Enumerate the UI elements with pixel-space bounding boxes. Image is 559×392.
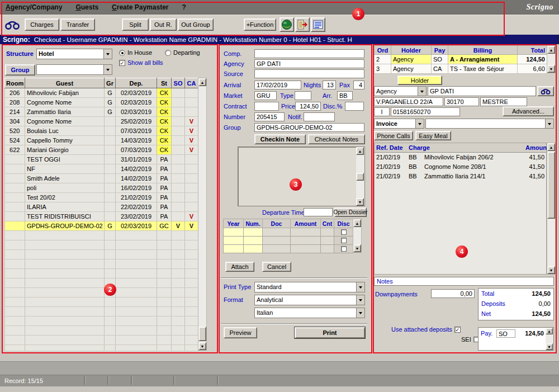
contract-field[interactable] [254, 102, 279, 111]
guest-row[interactable] [5, 231, 198, 240]
find-button[interactable] [4, 20, 20, 31]
guest-row[interactable]: NF 14/02/2019 PA [5, 164, 198, 174]
guest-row[interactable]: 208 Cognome Nome G 02/03/2019 CK [5, 98, 198, 107]
scroll-up-icon[interactable]: ▲ [198, 78, 206, 86]
guest-row[interactable] [5, 269, 198, 278]
disc-checkbox[interactable] [341, 246, 347, 252]
notes-scrollbar[interactable]: ▲ ▼ [356, 147, 364, 206]
phone-calls-button[interactable]: Phone Calls [374, 131, 413, 140]
guest-row[interactable] [5, 297, 198, 307]
chevron-down-icon[interactable] [356, 295, 364, 305]
charge-row[interactable]: 21/02/19 BB Mihovilovic Fabijan 206/2 41… [375, 152, 546, 162]
chevron-down-icon[interactable] [418, 87, 426, 96]
disc-field[interactable] [345, 102, 364, 111]
billing-table-scrollbar[interactable]: ▲ ▼ [547, 45, 556, 73]
guest-row[interactable] [5, 317, 198, 326]
checkout-notes-button[interactable]: Checkout Notes [308, 134, 365, 144]
column-header-room[interactable]: Room [5, 78, 25, 88]
guest-row[interactable] [5, 336, 198, 345]
disc-checkbox[interactable] [341, 238, 347, 243]
address-field[interactable]: V.PAGANELLO 22/A [374, 97, 443, 106]
guest-row[interactable] [5, 307, 198, 317]
guest-table-scrollbar[interactable]: ▲ ▼ [198, 78, 207, 351]
report-list-button[interactable] [311, 17, 325, 32]
source-field[interactable] [254, 69, 364, 78]
easy-meal-button[interactable]: Easy Meal [415, 131, 451, 140]
chevron-down-icon[interactable] [545, 119, 553, 128]
out-group-button[interactable]: Out Group [178, 18, 214, 31]
guest-row[interactable]: 524 Cappello Tommy 14/03/2019 CK V [5, 136, 198, 145]
column-header-gr[interactable]: Gr [105, 78, 116, 88]
notif-field[interactable] [304, 112, 335, 121]
guest-row[interactable] [5, 259, 198, 269]
show-all-bills-checkbox[interactable]: ✓ Show all bills [119, 59, 163, 66]
phone-field[interactable]: 01581650270 [391, 107, 460, 116]
guest-row[interactable]: Test 20/02 21/02/2019 PA [5, 193, 198, 202]
scroll-down-icon[interactable]: ▼ [356, 198, 364, 206]
preview-button[interactable]: Preview [224, 327, 257, 338]
out-r-button[interactable]: Out R. [150, 18, 177, 31]
structure-select[interactable]: Hotel [36, 49, 112, 59]
menu-item[interactable]: Create Paymaster [112, 3, 168, 11]
guest-row[interactable] [5, 250, 198, 259]
arr-field[interactable]: BB [337, 91, 353, 100]
language-select[interactable]: Italian [254, 308, 365, 318]
print-button[interactable]: Print [295, 327, 365, 338]
zip-field[interactable]: 30170 [444, 97, 479, 106]
pay-spinner[interactable]: ▲ ▼ [546, 328, 553, 350]
number-field[interactable]: 205415 [254, 112, 285, 121]
document-select[interactable] [425, 119, 554, 129]
scrollbar-thumb[interactable] [356, 173, 364, 181]
menu-item[interactable]: Guests [75, 3, 98, 11]
arrival-field[interactable]: 17/02/2019 [254, 81, 301, 89]
guest-row[interactable]: TEST RIDISTRIBUISCI 23/02/2019 PA V [5, 212, 198, 221]
chevron-down-icon[interactable] [356, 308, 364, 318]
guest-row[interactable]: 520 Boulais Luc 07/03/2019 CK V [5, 126, 198, 136]
pax-field[interactable]: 4 [353, 81, 364, 89]
billing-row[interactable]: 2 Agency SO A - Arrangiament 124,50 [375, 55, 547, 64]
country-field[interactable]: I [374, 107, 390, 116]
scroll-up-icon[interactable]: ▲ [547, 143, 555, 151]
spinner-down-icon[interactable]: ▼ [546, 343, 553, 350]
charges-button[interactable]: Charges [25, 18, 59, 31]
nights-field[interactable]: 13 [323, 81, 336, 89]
holder-button[interactable]: Holder [397, 75, 442, 85]
city-field[interactable]: MESTRE [480, 97, 527, 106]
spinner-up-icon[interactable]: ▲ [546, 328, 553, 334]
menu-item[interactable]: Agency/Company [6, 3, 62, 11]
scroll-down-icon[interactable]: ▼ [353, 244, 361, 252]
scroll-up-icon[interactable]: ▲ [356, 147, 364, 155]
scroll-up-icon[interactable]: ▲ [547, 46, 555, 54]
group-field[interactable]: GPDHS-GROUP-DEMO-02 [254, 123, 364, 132]
charges-scrollbar[interactable]: ▲ ▼ [547, 143, 556, 275]
advanced-button[interactable]: Advanced... [503, 106, 554, 116]
invoice-select[interactable]: Invoice [374, 119, 424, 129]
scroll-down-icon[interactable]: ▼ [547, 266, 555, 274]
scroll-down-icon[interactable]: ▼ [547, 65, 555, 73]
holder-name-field[interactable]: GP DATI [428, 86, 536, 96]
billing-row[interactable]: 3 Agency CA TS - Taxe de Séjour 6,60 [375, 64, 547, 74]
doc-table-scrollbar[interactable]: ▲ ▼ [353, 219, 362, 253]
guest-row[interactable]: GPDHS-GROUP-DEMO-02 G 02/03/2019 GC V V [5, 221, 198, 231]
holder-type-select[interactable]: Agency [374, 86, 427, 96]
comp-field[interactable] [254, 49, 364, 58]
sei-field[interactable]: SEI [461, 336, 479, 343]
departure-time-field[interactable] [304, 208, 333, 216]
guest-row[interactable]: Smith Adele 14/02/2019 PA [5, 174, 198, 183]
cancel-button[interactable]: Cancel [262, 262, 291, 272]
chevron-down-icon[interactable] [103, 65, 112, 74]
open-dossier-button[interactable]: Open Dossier [334, 207, 367, 217]
transfer-button[interactable]: Transfer [60, 18, 95, 31]
menu-item[interactable]: ? [182, 3, 186, 11]
guest-row[interactable] [5, 326, 198, 336]
print-type-select[interactable]: Standard [254, 282, 365, 292]
format-select[interactable]: Analytical [254, 295, 365, 305]
guest-row[interactable] [5, 278, 198, 288]
charge-row[interactable]: 21/02/19 BB Cognome Nome 208/1 41,50 [375, 162, 546, 171]
scroll-down-icon[interactable]: ▼ [198, 342, 206, 350]
doc-row[interactable] [224, 228, 353, 237]
guest-row[interactable]: 304 Cognome Nome 25/02/2019 CK V [5, 117, 198, 126]
downpayments-field[interactable]: 0,00 [431, 289, 475, 298]
pay-code-field[interactable]: SO [496, 329, 515, 338]
chevron-down-icon[interactable] [415, 119, 424, 128]
